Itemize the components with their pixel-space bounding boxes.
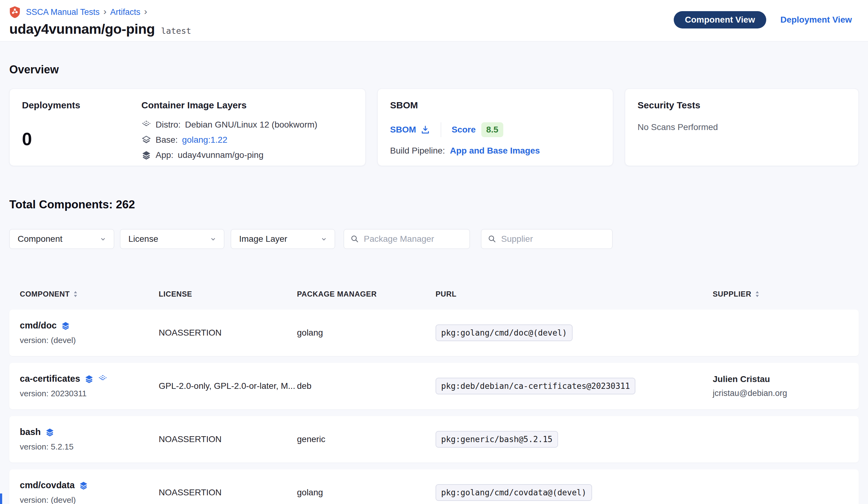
layer-label: Base: (156, 135, 178, 145)
table-row: ca-certificates version: 20230311 GPL-2.… (9, 363, 859, 409)
scrollbar-thumb[interactable] (0, 493, 2, 504)
license-cell: NOASSERTION (159, 434, 297, 444)
component-filter-dropdown[interactable]: Component (9, 229, 114, 249)
search-icon (350, 234, 360, 244)
sbom-score-badge: 8.5 (481, 122, 503, 137)
supplier-search (481, 229, 612, 249)
divider (441, 122, 441, 137)
component-name: ca-certificates (20, 374, 80, 384)
column-label: PACKAGE MANAGER (297, 290, 377, 299)
license-filter-dropdown[interactable]: License (120, 229, 224, 249)
table-row: bash version: 5.2.15 NOASSERTION generic… (9, 416, 859, 463)
artifact-tag-latest: latest (161, 26, 192, 36)
sbom-card: SBOM SBOM Score 8.5 Build (378, 89, 613, 166)
component-name: cmd/doc (20, 320, 56, 331)
components-table: COMPONENT LICENSE PACKAGE MANAGER PURL S… (9, 285, 859, 504)
app-layer-icon (61, 321, 70, 330)
supplier-search-input[interactable] (501, 234, 606, 244)
sbom-score-label: Score (452, 125, 476, 135)
breadcrumb-link-project[interactable]: SSCA Manual Tests (26, 8, 100, 17)
license-cell: GPL-2.0-only, GPL-2.0-or-later, M... (159, 381, 297, 391)
purl-chip: pkg:deb/debian/ca-certificates@20230311 (435, 378, 636, 394)
dropdown-label: Image Layer (239, 234, 287, 244)
dropdown-label: Component (18, 234, 62, 244)
supplier-cell (713, 437, 848, 442)
table-header-row: COMPONENT LICENSE PACKAGE MANAGER PURL S… (9, 285, 859, 303)
component-view-button[interactable]: Component View (674, 11, 766, 29)
sbom-download-link[interactable]: SBOM (390, 125, 430, 135)
ssca-module-icon (9, 6, 20, 18)
build-pipeline-label: Build Pipeline: (390, 146, 445, 156)
search-icon (487, 234, 497, 244)
component-version: version: (devel) (20, 335, 159, 345)
component-version: version: 20230311 (20, 389, 159, 399)
layer-row-base: Base: golang:1.22 (141, 135, 353, 145)
supplier-email: jcristau@debian.org (713, 389, 848, 398)
breadcrumb-separator: › (103, 7, 106, 17)
purl-chip: pkg:golang/cmd/covdata@(devel) (435, 484, 592, 501)
distro-layer-icon (98, 374, 107, 384)
column-header-package-manager: PACKAGE MANAGER (297, 290, 435, 299)
package-manager-cell: generic (297, 434, 435, 444)
deployments-title: Deployments (22, 100, 141, 111)
base-layer-icon (141, 135, 151, 145)
security-tests-title: Security Tests (638, 100, 846, 111)
supplier-cell (713, 490, 848, 495)
chevron-down-icon (99, 235, 107, 243)
layer-value: Debian GNU/Linux 12 (bookworm) (185, 120, 317, 130)
column-header-component[interactable]: COMPONENT (20, 290, 159, 299)
app-layer-icon (141, 150, 151, 160)
base-image-link[interactable]: golang:1.22 (182, 135, 227, 145)
column-header-supplier[interactable]: SUPPLIER (713, 290, 848, 299)
table-row: cmd/doc version: (devel) NOASSERTION gol… (9, 310, 859, 356)
supplier-cell (713, 331, 848, 335)
chevron-down-icon (320, 235, 328, 243)
security-tests-card: Security Tests No Scans Performed (625, 89, 859, 166)
package-manager-cell: golang (297, 487, 435, 497)
supplier-name: Julien Cristau (713, 374, 848, 384)
app-layer-icon (79, 481, 88, 490)
build-pipeline-link[interactable]: App and Base Images (450, 146, 540, 156)
dropdown-label: License (128, 234, 158, 244)
purl-chip: pkg:golang/cmd/doc@(devel) (435, 324, 572, 341)
image-layer-filter-dropdown[interactable]: Image Layer (231, 229, 335, 249)
sort-icon (73, 290, 78, 298)
column-label: LICENSE (159, 290, 192, 299)
total-components-heading: Total Components: 262 (9, 198, 859, 211)
sort-icon (755, 290, 760, 298)
layer-label: Distro: (156, 120, 180, 130)
table-row: cmd/covdata version: (devel) NOASSERTION… (9, 469, 859, 504)
sbom-title: SBOM (390, 100, 600, 111)
page-header: SSCA Manual Tests › Artifacts › uday4vun… (0, 0, 868, 41)
breadcrumb-separator: › (144, 7, 147, 17)
component-version: version: 5.2.15 (20, 442, 159, 452)
package-manager-search-input[interactable] (364, 234, 463, 244)
filter-bar: Component License Image Layer (9, 229, 859, 249)
app-layer-icon (45, 427, 54, 437)
component-name: cmd/covdata (20, 480, 74, 490)
chevron-down-icon (209, 235, 217, 243)
license-cell: NOASSERTION (159, 487, 297, 497)
page-title: uday4vunnam/go-ping (9, 21, 155, 37)
package-manager-cell: golang (297, 328, 435, 338)
license-cell: NOASSERTION (159, 328, 297, 338)
package-manager-search (344, 229, 470, 249)
column-label: COMPONENT (20, 290, 70, 299)
layer-value: uday4vunnam/go-ping (178, 150, 264, 160)
column-header-license: LICENSE (159, 290, 297, 299)
view-switch: Component View Deployment View (674, 11, 852, 29)
column-label: PURL (435, 290, 457, 299)
deployment-view-button[interactable]: Deployment View (781, 15, 852, 25)
layer-label: App: (156, 150, 174, 160)
ssca-artifact-page: SSCA Manual Tests › Artifacts › uday4vun… (0, 0, 868, 504)
overview-heading: Overview (9, 63, 859, 76)
distro-layer-icon (141, 120, 151, 130)
deployments-layers-card: Deployments 0 Container Image Layers Dis… (9, 89, 366, 166)
column-header-purl: PURL (435, 290, 713, 299)
column-label: SUPPLIER (713, 290, 751, 299)
deployments-count: 0 (22, 129, 141, 149)
breadcrumb-link-artifacts[interactable]: Artifacts (110, 8, 141, 17)
layer-row-distro: Distro: Debian GNU/Linux 12 (bookworm) (141, 120, 353, 130)
app-layer-icon (84, 374, 94, 384)
component-name: bash (20, 427, 41, 437)
